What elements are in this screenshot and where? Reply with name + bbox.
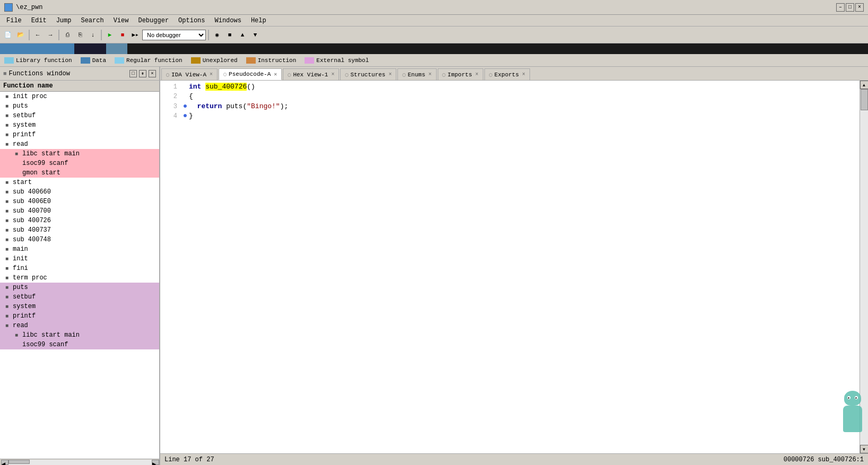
code-line-4: 4 ● }	[160, 111, 860, 121]
fn-item-sub4006e0[interactable]: ■ sub 4006E0	[0, 197, 159, 206]
scroll-down-arrow[interactable]: ▼	[860, 445, 869, 453]
menu-search[interactable]: Search	[76, 16, 108, 25]
menu-windows[interactable]: Windows	[211, 16, 246, 25]
fn-item-sub400726[interactable]: ■ sub 400726	[0, 216, 159, 225]
toolbar-extra2[interactable]: ■	[224, 29, 236, 41]
legend-data: Data	[81, 57, 106, 64]
fn-item-libc-start-main[interactable]: ■ libc start main	[0, 149, 159, 159]
menu-file[interactable]: File	[2, 16, 26, 25]
tab-structures[interactable]: ◌ Structures ×	[340, 68, 396, 80]
fn-item-main[interactable]: ■ main	[0, 244, 159, 254]
menu-view[interactable]: View	[109, 16, 133, 25]
toolbar-new[interactable]: 📄	[2, 29, 14, 41]
fn-name-system: system	[13, 121, 36, 129]
fn-scroll-left[interactable]: ◀	[1, 460, 8, 465]
fn-scrollbar-h[interactable]: ◀ ▶	[0, 459, 159, 465]
fn-item-init-proc[interactable]: ■ init proc	[0, 92, 159, 101]
tab-exports[interactable]: ◌ Exports ×	[484, 68, 530, 80]
fn-item-system[interactable]: ■ system	[0, 120, 159, 130]
menu-options[interactable]: Options	[174, 16, 209, 25]
fn-item-libc-start-main2[interactable]: ■ libc start main	[0, 330, 159, 340]
menu-debugger[interactable]: Debugger	[134, 16, 173, 25]
toolbar-extra4[interactable]: ▼	[249, 29, 261, 41]
toolbar-copy[interactable]: ⎙	[62, 29, 73, 41]
fn-icon-fini: ■	[3, 266, 11, 271]
tab-exports-close[interactable]: ×	[522, 72, 525, 77]
toolbar-forward[interactable]: →	[45, 29, 56, 41]
debugger-select[interactable]: No debugger	[142, 30, 206, 40]
legend-instruction-color	[246, 57, 256, 64]
fn-icon-system: ■	[3, 122, 11, 128]
panel-controls[interactable]: □ ⇟ ×	[129, 70, 156, 77]
fn-scroll-right[interactable]: ▶	[152, 460, 159, 465]
fn-item-fini[interactable]: ■ fini	[0, 264, 159, 273]
fn-name-libc2: libc start main	[22, 331, 80, 339]
fn-item-isoc99-scanf2[interactable]: isoc99 scanf	[0, 340, 159, 349]
fn-icon-sub4006e0: ■	[3, 199, 11, 205]
fn-item-read[interactable]: ■ read	[0, 139, 159, 149]
fn-scroll-track[interactable]	[8, 460, 152, 465]
panel-close-button[interactable]: ×	[149, 70, 156, 77]
tab-hex-view[interactable]: ◌ Hex View-1 ×	[283, 68, 339, 80]
fn-item-printf2[interactable]: ■ printf	[0, 311, 159, 321]
maximize-button[interactable]: □	[846, 3, 854, 12]
toolbar-sep1	[29, 30, 30, 40]
fn-item-printf[interactable]: ■ printf	[0, 130, 159, 139]
fn-item-start[interactable]: ■ start	[0, 178, 159, 187]
toolbar-open[interactable]: 📂	[15, 29, 27, 41]
fn-item-isoc99-scanf[interactable]: isoc99 scanf	[0, 159, 159, 168]
tab-enums-close[interactable]: ×	[429, 72, 432, 77]
fn-item-system2[interactable]: ■ system	[0, 302, 159, 311]
fn-item-sub400748[interactable]: ■ sub 400748	[0, 235, 159, 244]
fn-item-setbuf[interactable]: ■ setbuf	[0, 111, 159, 120]
tab-imports[interactable]: ◌ Imports ×	[438, 68, 483, 80]
scroll-up-arrow[interactable]: ▲	[860, 81, 869, 89]
menu-jump[interactable]: Jump	[52, 16, 76, 25]
toolbar-down[interactable]: ↓	[87, 29, 99, 41]
toolbar-back[interactable]: ←	[32, 29, 44, 41]
toolbar-run[interactable]: ▶	[104, 29, 116, 41]
tab-pseudocode[interactable]: ◌ Pseudocode-A ✕	[219, 68, 282, 80]
tab-ida-view[interactable]: ◌ IDA View-A ×	[161, 68, 218, 80]
fn-icon-puts: ■	[3, 103, 11, 109]
tab-pseudocode-close[interactable]: ✕	[274, 71, 277, 77]
tab-ida-view-close[interactable]: ×	[210, 72, 213, 77]
toolbar-extra3[interactable]: ▲	[237, 29, 248, 41]
fn-name-sub400700: sub 400700	[13, 207, 51, 215]
fn-icon-init-proc: ■	[3, 94, 11, 100]
toolbar-paste[interactable]: ⎘	[74, 29, 86, 41]
fn-icon-term-proc: ■	[3, 275, 11, 281]
menu-help[interactable]: Help	[247, 16, 271, 25]
fn-item-setbuf2[interactable]: ■ setbuf	[0, 292, 159, 302]
mascot-right-eye	[855, 396, 858, 399]
line-num-1: 1	[164, 83, 177, 91]
close-button[interactable]: ×	[855, 3, 864, 12]
fn-item-sub400700[interactable]: ■ sub 400700	[0, 206, 159, 216]
tab-exports-label: Exports	[494, 72, 519, 78]
fn-icon-libc2: ■	[13, 332, 20, 338]
toolbar-stop[interactable]: ■	[117, 29, 128, 41]
fn-item-sub400737[interactable]: ■ sub 400737	[0, 225, 159, 235]
minimize-button[interactable]: –	[836, 3, 845, 12]
tab-enums[interactable]: ◌ Enums ×	[397, 68, 436, 80]
menu-edit[interactable]: Edit	[27, 16, 51, 25]
panel-restore-button[interactable]: □	[129, 70, 137, 77]
fn-item-read2[interactable]: ■ read	[0, 321, 159, 330]
fn-item-puts2[interactable]: ■ puts	[0, 283, 159, 292]
code-scroll-area: 1 int sub_400726() 2 { 3 ●	[160, 81, 868, 453]
tab-structures-close[interactable]: ×	[388, 72, 392, 77]
panel-float-button[interactable]: ⇟	[139, 70, 146, 77]
fn-item-sub400660[interactable]: ■ sub 400660	[0, 187, 159, 197]
toolbar-step[interactable]: ▶▸	[129, 29, 141, 41]
title-bar-controls[interactable]: – □ ×	[836, 3, 864, 12]
tab-imports-close[interactable]: ×	[475, 72, 479, 77]
tab-hex-close[interactable]: ×	[331, 72, 334, 77]
fn-scroll-thumb[interactable]	[8, 460, 30, 464]
fn-item-init[interactable]: ■ init	[0, 254, 159, 264]
scroll-thumb[interactable]	[861, 89, 868, 110]
fn-name-sub4006e0: sub 4006E0	[13, 198, 51, 205]
fn-item-gmon-start[interactable]: gmon start	[0, 168, 159, 178]
toolbar-extra1[interactable]: ◉	[211, 29, 223, 41]
fn-item-puts[interactable]: ■ puts	[0, 101, 159, 111]
fn-item-term-proc[interactable]: ■ term proc	[0, 273, 159, 283]
